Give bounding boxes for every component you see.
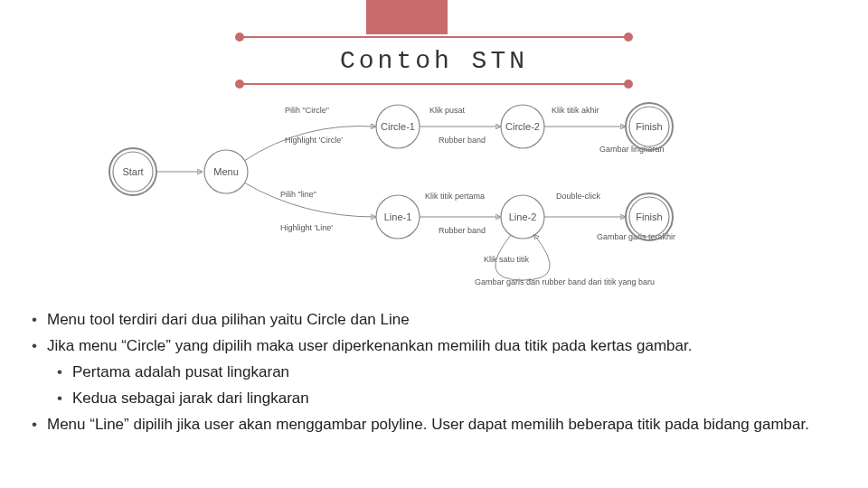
edge-label: Rubber band <box>439 136 486 145</box>
bullet-subitem: Pertama adalah pusat lingkaran <box>57 360 845 386</box>
bullet-item: Menu “Line” dipilih jika user akan mengg… <box>32 412 845 438</box>
stn-diagram: Start Menu Pilih "Circle" Highlight 'Cir… <box>104 99 764 289</box>
node-line2: Line-2 <box>509 211 537 222</box>
node-start: Start <box>122 166 143 177</box>
bullet-list: Menu tool terdiri dari dua pilihan yaitu… <box>32 307 845 437</box>
bullet-item: Menu tool terdiri dari dua pilihan yaitu… <box>32 307 845 333</box>
edge-label: Highlight 'Line' <box>280 223 333 232</box>
edge-label: Klik pusat <box>429 106 466 115</box>
edge-label: Gambar garis dan rubber band dari titik … <box>475 277 655 286</box>
header-accent-block <box>366 0 448 34</box>
edge-label: Double-click <box>556 192 601 201</box>
node-finish: Finish <box>636 121 662 132</box>
edge-label: Klik titik akhir <box>552 106 599 115</box>
node-finish: Finish <box>636 211 662 222</box>
edge-label: Rubber band <box>439 226 486 235</box>
slide-title: Contoh STN <box>0 47 868 75</box>
edge-label: Highlight 'Circle' <box>285 136 343 145</box>
divider-dot <box>235 33 244 42</box>
edge-label: Pilih "Circle" <box>285 106 329 115</box>
divider-top <box>240 36 628 38</box>
edge-label: Klik titik pertama <box>425 192 485 201</box>
node-circle2: Circle-2 <box>505 121 540 132</box>
bullet-subitem: Kedua sebagai jarak dari lingkaran <box>57 386 845 412</box>
divider-bottom <box>240 83 628 85</box>
divider-dot <box>624 33 633 42</box>
divider-dot <box>624 80 633 89</box>
node-circle1: Circle-1 <box>381 121 415 132</box>
node-menu: Menu <box>213 166 239 177</box>
bullet-item: Jika menu “Circle” yang dipilih maka use… <box>32 333 845 360</box>
edge-label: Klik satu titik <box>484 255 530 264</box>
divider-dot <box>235 80 244 89</box>
edge-label: Pilih "line" <box>280 190 316 199</box>
node-line1: Line-1 <box>384 211 412 222</box>
